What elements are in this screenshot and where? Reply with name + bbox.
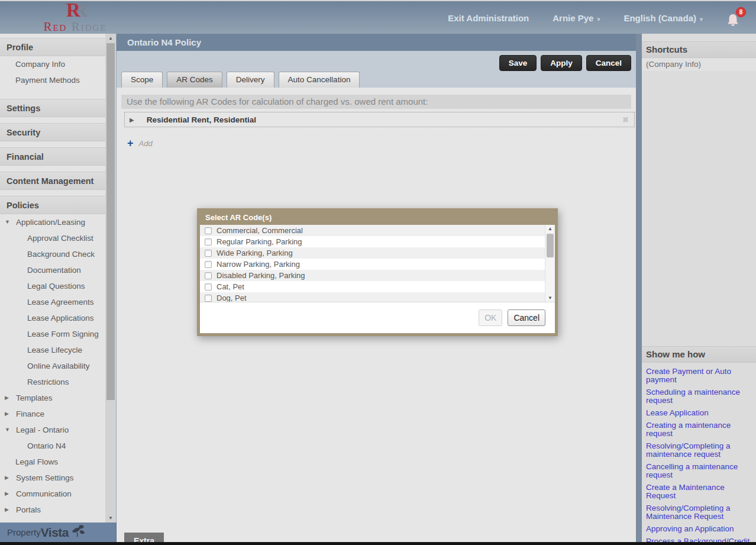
chevron-down-icon: ▾: [597, 16, 600, 22]
nav-label: Documentation: [27, 266, 81, 275]
sidebar-item-lease-lifecycle[interactable]: Lease Lifecycle: [0, 342, 106, 358]
sidebar-item-approval-checklist[interactable]: Approval Checklist: [0, 230, 106, 246]
user-menu[interactable]: Arnie Pye▾: [553, 13, 600, 23]
shortcuts-section: Shortcuts (Company Info): [642, 41, 756, 71]
scroll-up-icon[interactable]: ▲: [545, 226, 555, 231]
remove-row-icon[interactable]: ✖: [622, 115, 629, 124]
nav-label: Content Management: [7, 176, 93, 186]
cancel-button[interactable]: Cancel: [586, 55, 631, 71]
nav-label: Application/Leasing: [16, 214, 85, 230]
tab-ar-codes[interactable]: AR Codes: [167, 72, 222, 88]
sidebar-item-ontario-n4[interactable]: Ontario N4: [0, 438, 106, 454]
nav-label: Online Availability: [27, 362, 90, 370]
sidebar-item-payment-methods[interactable]: Payment Methods: [0, 72, 106, 88]
help-link-resolving-completing-a-maintenance-request[interactable]: Resolving/Completing a maintenance reque…: [642, 440, 756, 461]
shortcuts-title: Shortcuts: [642, 41, 756, 58]
help-link-creating-a-maintenance-request[interactable]: Creating a maintenance request: [642, 420, 756, 440]
save-button[interactable]: Save: [499, 55, 537, 71]
ar-code-option-regular-parking-parking[interactable]: Regular Parking, Parking: [200, 236, 555, 247]
apply-button[interactable]: Apply: [541, 55, 582, 71]
sidebar-item-application-leasing[interactable]: ▼Application/Leasing: [0, 214, 106, 230]
chevron-down-icon[interactable]: ▼: [5, 214, 12, 230]
plus-icon: +: [127, 137, 134, 150]
tab-scope[interactable]: Scope: [121, 72, 163, 88]
action-buttons: Save Apply Cancel: [499, 55, 631, 71]
sidebar-item-online-availability[interactable]: Online Availability: [0, 358, 106, 374]
nav-label: Approval Checklist: [27, 234, 93, 243]
nav-label: Legal Flows: [15, 457, 58, 466]
ar-codes-instruction: Use the following AR Codes for calculati…: [121, 95, 631, 109]
help-link-resolving-completing-a-maintenance-request[interactable]: Resolving/Completing a Maintenance Reque…: [642, 502, 756, 523]
scroll-up-icon[interactable]: ▲: [105, 36, 116, 41]
help-link-approving-an-application[interactable]: Approving an Application: [642, 523, 756, 536]
chevron-right-icon[interactable]: ▶: [5, 486, 12, 502]
checkbox[interactable]: [205, 261, 212, 268]
sidebar-item-communication[interactable]: ▶Communication: [0, 486, 106, 502]
notification-bell[interactable]: 8: [726, 9, 742, 27]
scroll-down-icon[interactable]: ▼: [545, 295, 555, 301]
checkbox[interactable]: [205, 295, 212, 302]
chevron-right-icon[interactable]: ▶: [5, 390, 12, 406]
help-link-lease-application[interactable]: Lease Application: [642, 407, 756, 420]
ar-code-row[interactable]: ▶ Residential Rent, Residential ✖: [124, 112, 635, 127]
scroll-down-icon[interactable]: ▼: [105, 515, 116, 521]
dialog-cancel-button[interactable]: Cancel: [508, 309, 545, 326]
chevron-right-icon[interactable]: ▶: [5, 502, 12, 518]
help-link-cancelling-a-maintenance-request[interactable]: Cancelling a maintenance request: [642, 461, 756, 482]
chevron-right-icon[interactable]: ▶: [5, 406, 12, 422]
ar-code-option-dog-pet[interactable]: Dog, Pet: [200, 292, 555, 302]
notification-badge: 8: [736, 7, 746, 17]
help-link-create-a-maintenance-request[interactable]: Create a Maintenance Request: [642, 482, 756, 502]
checkbox[interactable]: [205, 272, 212, 279]
ar-code-option-cat-pet[interactable]: Cat, Pet: [200, 281, 555, 292]
dialog-scrollbar[interactable]: ▲ ▼: [545, 225, 555, 302]
sidebar-item-lease-form-signing[interactable]: Lease Form Signing: [0, 326, 106, 342]
checkbox[interactable]: [205, 227, 212, 234]
sidebar-item-lease-applications[interactable]: Lease Applications: [0, 310, 106, 326]
page-title: Ontario N4 Policy: [117, 34, 636, 51]
expand-caret-icon[interactable]: ▶: [130, 117, 134, 123]
option-label: Dog, Pet: [217, 294, 247, 302]
nav-label: Payment Methods: [15, 76, 80, 85]
tab-auto-cancellation[interactable]: Auto Cancellation: [279, 72, 360, 88]
sidebar-item-restrictions[interactable]: Restrictions: [0, 374, 106, 390]
sidebar-nav: ProfileCompany InfoPayment MethodsSettin…: [0, 34, 106, 518]
sidebar-item-system-settings[interactable]: ▶System Settings: [0, 470, 106, 486]
ar-code-option-wide-parking-parking[interactable]: Wide Parking, Parking: [200, 247, 555, 259]
add-ar-code-button[interactable]: + Add: [127, 137, 636, 150]
show-me-how-links: Create Payment or Auto paymentScheduling…: [642, 366, 756, 545]
sidebar-scrollbar[interactable]: ▲ ▼: [105, 34, 116, 523]
ar-code-option-commercial-commercial[interactable]: Commercial, Commercial: [200, 225, 555, 236]
checkbox[interactable]: [205, 250, 212, 257]
ar-code-option-narrow-parking-parking[interactable]: Narrow Parking, Parking: [200, 259, 555, 270]
sidebar-item-portals[interactable]: ▶Portals: [0, 502, 106, 518]
help-link-scheduling-a-maintenance-request[interactable]: Scheduling a maintenance request: [642, 386, 756, 407]
sidebar-item-background-check[interactable]: Background Check: [0, 246, 106, 262]
sidebar-item-legal-questions[interactable]: Legal Questions: [0, 278, 106, 294]
sidebar-item-legal-ontario[interactable]: ▼Legal - Ontario: [0, 422, 106, 438]
chevron-down-icon[interactable]: ▼: [5, 422, 12, 438]
ok-button[interactable]: OK: [479, 309, 502, 326]
bottom-bar: [0, 542, 756, 545]
ar-code-option-disabled-parking-parking[interactable]: Disabled Parking, Parking: [200, 270, 555, 281]
option-label: Narrow Parking, Parking: [217, 260, 300, 269]
sidebar-item-templates[interactable]: ▶Templates: [0, 390, 106, 406]
property-vista-logo-bold: Vista: [41, 525, 69, 540]
sidebar-item-company-info[interactable]: Company Info: [0, 56, 106, 72]
exit-administration-link[interactable]: Exit Administration: [448, 13, 529, 23]
checkbox[interactable]: [205, 238, 212, 246]
scrollbar-thumb[interactable]: [547, 234, 554, 257]
help-link-create-payment-or-auto-payment[interactable]: Create Payment or Auto payment: [642, 366, 756, 386]
sidebar-item-finance[interactable]: ▶Finance: [0, 406, 106, 422]
ar-code-options-list: Commercial, CommercialRegular Parking, P…: [200, 225, 555, 302]
sidebar-section-financial: Financial: [0, 147, 106, 166]
shortcut-company-info[interactable]: (Company Info): [642, 58, 756, 71]
sidebar-item-legal-flows[interactable]: Legal Flows: [0, 454, 106, 470]
tab-delivery[interactable]: Delivery: [227, 72, 274, 88]
sidebar-item-documentation[interactable]: Documentation: [0, 262, 106, 278]
sidebar-item-lease-agreements[interactable]: Lease Agreements: [0, 294, 106, 310]
checkbox[interactable]: [205, 283, 212, 291]
scrollbar-thumb[interactable]: [106, 43, 115, 400]
language-menu[interactable]: English (Canada)▾: [623, 13, 703, 23]
chevron-right-icon[interactable]: ▶: [5, 470, 12, 486]
